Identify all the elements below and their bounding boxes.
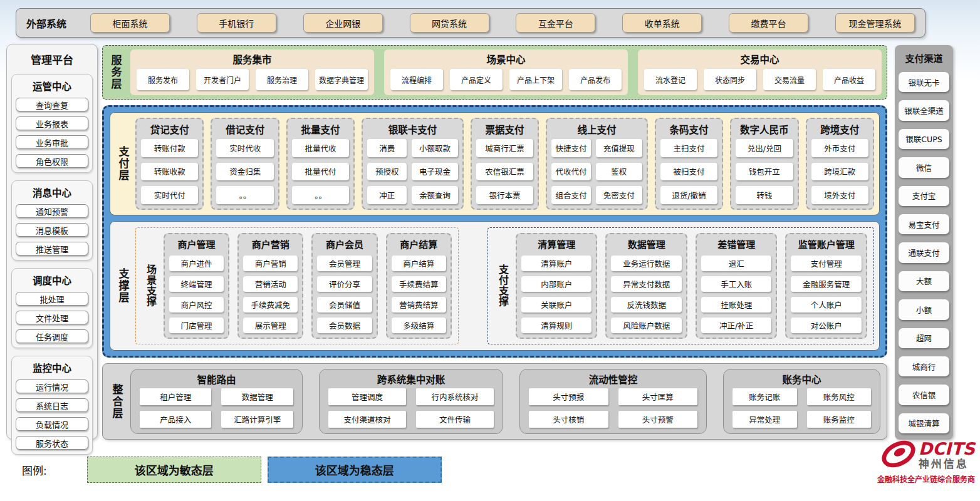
payment-item-box: 批量代收 — [292, 139, 349, 157]
support-item-box: 清算账户 — [521, 256, 592, 271]
integration-group-title: 流动性管控 — [529, 372, 697, 386]
integration-group-items: 租户管理数据管理产品接入汇路计算引擎 — [140, 388, 293, 428]
legend-stable-layer-box: 该区域为稳态层 — [268, 457, 442, 483]
management-item-box: 消息模板 — [16, 223, 88, 237]
support-layer: 支撑层 场景支撑商户管理商户进件终端管理商户风控门店管理商户营销商户营销营销活动… — [110, 221, 880, 351]
support-item-box: 商户结算 — [392, 256, 446, 271]
management-item-box: 角色权限 — [16, 154, 88, 168]
payment-item-box: 。。 — [216, 186, 273, 204]
support-column-title: 监管账户管理 — [791, 237, 862, 250]
support-group-label: 支付支撑 — [494, 233, 511, 339]
logo-brand-text: DCITS — [919, 440, 975, 458]
integration-item-box: 数据管理 — [221, 388, 293, 405]
payment-column: 票据支付城商行汇票农信银汇票银行本票 — [471, 118, 539, 210]
payment-item-box: 鉴权 — [596, 163, 642, 181]
payment-column-title: 条码支付 — [660, 122, 717, 136]
integration-item-box: 账务监控 — [807, 411, 871, 428]
external-system-box: 企业网银 — [303, 13, 383, 33]
support-item-box: 个人账户 — [791, 297, 862, 312]
management-group: 调度中心批处理文件处理任务调度 — [11, 268, 93, 348]
payment-column-items: 兑出/兑回钱包开立转钱 — [736, 139, 793, 204]
support-item-box: 退汇 — [701, 256, 772, 271]
service-item-box: 产品上下架 — [509, 69, 562, 90]
integration-groups: 智能路由租户管理数据管理产品接入汇路计算引擎跨系统集中对账管理调度行内系统核对支… — [130, 369, 880, 434]
external-system-box: 收单系统 — [622, 13, 702, 33]
service-item-box: 服务治理 — [256, 69, 308, 90]
support-column: 商户管理商户进件终端管理商户风控门店管理 — [164, 233, 229, 339]
management-item-box: 负载情况 — [16, 417, 88, 431]
external-system-box: 现金管理系统 — [835, 13, 915, 33]
payment-column-title: 批量支付 — [292, 122, 349, 136]
integration-item-box: 租户管理 — [140, 388, 211, 405]
integration-layer-label: 整合层 — [109, 369, 125, 434]
external-system-box: 缴费平台 — [729, 13, 808, 33]
payment-column-items: 城商行汇票农信银汇票银行本票 — [476, 139, 533, 204]
external-system-box: 柜面系统 — [90, 13, 170, 33]
service-item-box: 流程编排 — [390, 69, 443, 90]
support-column: 监管账户管理支付管理金融服务管理个人账户对公账户 — [785, 233, 867, 339]
payment-column-items: 消费小额取款预授权电子现金冲正余额查询 — [367, 139, 457, 204]
integration-group: 账务中心账务记账账务风控异常处理账务监控 — [723, 369, 880, 434]
logo-tagline-text: 金融科技全产业链综合服务商 — [853, 473, 975, 484]
support-group-columns: 商户管理商户进件终端管理商户风控门店管理商户营销商户营销营销活动手续费减免展示管… — [164, 233, 452, 339]
support-item-box: 金融服务管理 — [791, 276, 862, 292]
service-layer: 服务层 服务集市服务发布开发者门户服务治理数据字典管理场景中心流程编排产品定义产… — [102, 45, 887, 100]
payment-column-items: 转账付款转账收款实时代付 — [141, 139, 198, 204]
external-system-box: 手机银行 — [197, 13, 276, 33]
payment-item-box: 农信银汇票 — [476, 163, 533, 181]
support-item-box: 商户营销 — [243, 256, 298, 271]
payment-channel-box: 易宝支付 — [899, 214, 949, 234]
payment-channel-box: 城银清算 — [899, 413, 949, 433]
service-group: 交易中心流水登记状态同步交易流量产品收益 — [638, 49, 882, 95]
support-item-box: 关联账户 — [521, 297, 592, 312]
management-group-title: 调度中心 — [16, 273, 88, 287]
legend: 图例: 该区域为敏态层 该区域为稳态层 — [22, 457, 442, 483]
support-column: 数据管理业务运行数据异常支付数据反洗钱数据风险账户数据 — [605, 233, 687, 339]
support-item-box: 手工入账 — [701, 276, 772, 292]
integration-group-title: 跨系统集中对账 — [328, 372, 494, 386]
support-item-box: 营销费结算 — [392, 297, 446, 312]
integration-group: 流动性管控头寸预报头寸匡算头寸核销头寸预警 — [519, 369, 707, 434]
support-item-box: 反洗钱数据 — [611, 297, 682, 312]
support-item-box: 冲正/补正 — [701, 318, 772, 333]
support-column-title: 商户会员 — [317, 237, 372, 250]
service-group: 场景中心流程编排产品定义产品上下架产品发布 — [384, 49, 628, 95]
payment-column-title: 票据支付 — [476, 122, 533, 136]
service-groups: 服务集市服务发布开发者门户服务治理数据字典管理场景中心流程编排产品定义产品上下架… — [130, 49, 882, 95]
payment-item-box: 小额取款 — [412, 139, 458, 157]
logo-company-text: 神州信息 — [919, 458, 975, 471]
service-item-box: 数据字典管理 — [315, 69, 368, 90]
payment-column: 贷记支付转账付款转账收款实时代付 — [135, 118, 204, 210]
support-item-box: 清算规则 — [521, 318, 592, 333]
payment-item-box: 退货/撤销 — [660, 186, 717, 204]
payment-item-box: 外币支付 — [811, 139, 868, 157]
management-group-title: 运管中心 — [16, 79, 88, 93]
service-group-title: 场景中心 — [390, 52, 622, 66]
payment-column: 数字人民币兑出/兑回钱包开立转钱 — [730, 118, 798, 210]
payment-channels-list: 银联无卡银联全渠道银联CUPS微信支付宝易宝支付通联支付大额小额超网城商行农信银… — [899, 72, 949, 433]
integration-item-box: 头寸匡算 — [618, 388, 697, 405]
payment-item-box: 被扫支付 — [660, 163, 717, 181]
payment-item-box: 组合支付 — [551, 186, 591, 204]
external-system-box: 互金平台 — [516, 13, 595, 33]
payment-channel-box: 超网 — [899, 328, 949, 348]
support-column-title: 商户营销 — [243, 237, 298, 250]
payment-column-items: 主扫支付被扫支付退货/撤销 — [660, 139, 717, 204]
payment-item-box: 转账付款 — [141, 139, 198, 157]
payment-item-box: 资金归集 — [216, 163, 273, 181]
payment-item-box: 余额查询 — [412, 186, 458, 204]
payment-channel-box: 银联无卡 — [899, 72, 949, 92]
service-group-title: 交易中心 — [644, 52, 875, 66]
payment-column: 跨境支付外币支付跨境汇款境外支付 — [806, 118, 874, 210]
support-group-label: 场景支撑 — [142, 233, 159, 339]
integration-item-box: 文件传输 — [416, 411, 494, 428]
payment-column: 条码支付主扫支付被扫支付退货/撤销 — [655, 118, 723, 210]
support-group: 支付支撑清算管理清算账户内部账户关联账户清算规则数据管理业务运行数据异常支付数据… — [487, 227, 874, 344]
payment-column-title: 银联卡支付 — [367, 122, 457, 136]
legend-label: 图例: — [22, 462, 47, 478]
management-item-box: 业务报表 — [16, 116, 88, 130]
management-platform-title: 管理平台 — [11, 51, 93, 67]
payment-column: 线上支付快捷支付充值提现代收代付鉴权组合支付免密支付 — [546, 118, 647, 210]
support-item-box: 手续费结算 — [392, 276, 446, 292]
support-item-box: 商户进件 — [169, 256, 224, 271]
